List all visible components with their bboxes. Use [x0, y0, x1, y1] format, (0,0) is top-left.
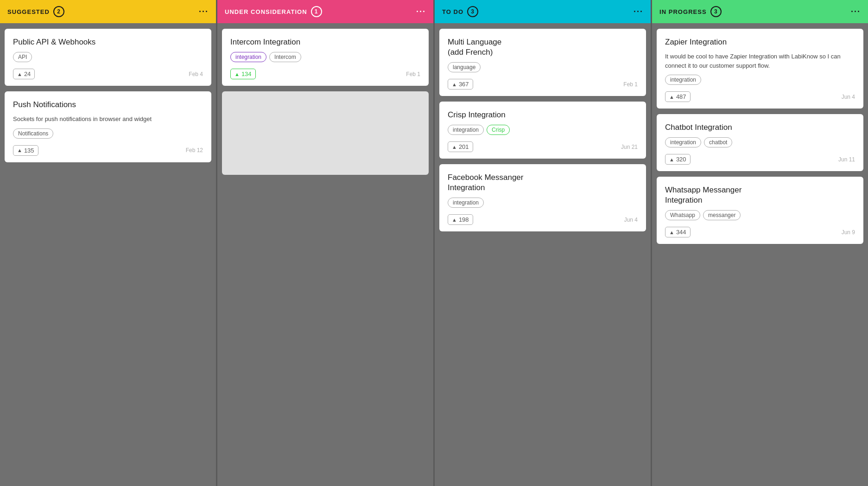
- card-desc-card-push: Sockets for push notifications in browse…: [13, 115, 203, 124]
- card-tags-card-crisp: integrationCrisp: [448, 125, 638, 135]
- tag-chatbot[interactable]: chatbot: [704, 137, 732, 147]
- card-card-multilang[interactable]: Multi Language (add French)language▲367F…: [439, 29, 646, 96]
- tag-crisp[interactable]: Crisp: [487, 125, 510, 135]
- vote-arrow-card-intercom: ▲: [234, 71, 240, 77]
- tag-integration[interactable]: integration: [448, 125, 484, 135]
- column-badge-todo: 3: [467, 6, 478, 17]
- card-date-card-zapier: Jun 4: [842, 94, 855, 100]
- column-under-consideration: UNDER CONSIDERATION1···Intercom Integrat…: [217, 0, 435, 486]
- tag-integration[interactable]: integration: [665, 75, 701, 85]
- card-footer-card-api: ▲24Feb 4: [13, 69, 203, 79]
- tag-integration[interactable]: integration: [665, 137, 701, 147]
- card-card-facebook[interactable]: Facebook Messanger Integrationintegratio…: [439, 164, 646, 231]
- column-header-in-progress: IN PROGRESS3···: [652, 0, 868, 23]
- card-date-card-intercom: Feb 1: [406, 71, 420, 77]
- column-menu-under-consideration[interactable]: ···: [416, 7, 426, 17]
- card-card-intercom[interactable]: Intercom IntegrationintegrationIntercom▲…: [222, 29, 429, 86]
- column-header-under-consideration: UNDER CONSIDERATION1···: [217, 0, 433, 23]
- vote-button-card-facebook[interactable]: ▲198: [448, 214, 473, 225]
- vote-arrow-card-whatsapp: ▲: [669, 230, 674, 235]
- vote-count-card-push: 135: [24, 147, 34, 154]
- vote-count-card-intercom: 134: [241, 70, 252, 77]
- card-title-card-multilang: Multi Language (add French): [448, 37, 638, 58]
- vote-count-card-chatbot: 320: [676, 156, 686, 163]
- vote-button-card-multilang[interactable]: ▲367: [448, 79, 473, 90]
- card-title-card-intercom: Intercom Integration: [230, 37, 420, 47]
- column-body-in-progress: Zapier IntegrationIt would be cool to ha…: [652, 23, 868, 486]
- column-menu-in-progress[interactable]: ···: [851, 7, 861, 17]
- vote-button-card-chatbot[interactable]: ▲320: [665, 154, 691, 165]
- column-header-todo: TO DO3···: [435, 0, 651, 23]
- tag-integration[interactable]: integration: [230, 52, 266, 62]
- card-title-card-chatbot: Chatbot Integration: [665, 122, 855, 133]
- card-date-card-crisp: Jun 21: [621, 144, 638, 150]
- card-date-card-whatsapp: Jun 9: [842, 229, 855, 236]
- card-title-card-api: Public API & Webhooks: [13, 37, 203, 47]
- tag-notifications[interactable]: Notifications: [13, 128, 53, 139]
- card-footer-card-chatbot: ▲320Jun 11: [665, 154, 855, 165]
- card-card-crisp[interactable]: Crisp IntegrationintegrationCrisp▲201Jun…: [439, 102, 646, 159]
- card-footer-card-multilang: ▲367Feb 1: [448, 79, 638, 90]
- card-date-card-api: Feb 4: [189, 71, 203, 77]
- card-date-card-push: Feb 12: [186, 147, 203, 153]
- vote-arrow-card-api: ▲: [17, 71, 22, 77]
- tag-messanger[interactable]: messanger: [703, 210, 741, 220]
- tag-api[interactable]: API: [13, 52, 32, 62]
- vote-count-card-multilang: 367: [459, 81, 469, 88]
- card-footer-card-crisp: ▲201Jun 21: [448, 141, 638, 152]
- tag-integration[interactable]: integration: [448, 198, 484, 208]
- card-tags-card-whatsapp: Whatsappmessanger: [665, 210, 855, 220]
- vote-button-card-zapier[interactable]: ▲487: [665, 91, 691, 102]
- card-tags-card-api: API: [13, 52, 203, 62]
- vote-button-card-intercom[interactable]: ▲134: [230, 69, 256, 79]
- column-label-under-consideration: UNDER CONSIDERATION: [225, 8, 307, 15]
- card-tags-card-chatbot: integrationchatbot: [665, 137, 855, 147]
- vote-button-card-api[interactable]: ▲24: [13, 69, 35, 79]
- vote-arrow-card-push: ▲: [17, 147, 22, 153]
- vote-count-card-zapier: 487: [676, 93, 686, 100]
- column-badge-under-consideration: 1: [311, 6, 322, 17]
- column-body-under-consideration: Intercom IntegrationintegrationIntercom▲…: [217, 23, 433, 486]
- vote-button-card-crisp[interactable]: ▲201: [448, 141, 473, 152]
- card-tags-card-multilang: language: [448, 62, 638, 72]
- vote-arrow-card-crisp: ▲: [452, 144, 457, 150]
- card-card-whatsapp[interactable]: Whatsapp Messanger IntegrationWhatsappme…: [657, 177, 863, 244]
- vote-count-card-facebook: 198: [459, 216, 469, 223]
- card-footer-card-push: ▲135Feb 12: [13, 145, 203, 156]
- card-desc-card-zapier: It would be cool to have Zapier Integrat…: [665, 52, 855, 70]
- vote-button-card-push[interactable]: ▲135: [13, 145, 38, 156]
- column-body-todo: Multi Language (add French)language▲367F…: [435, 23, 651, 486]
- column-badge-in-progress: 3: [710, 6, 722, 17]
- vote-count-card-crisp: 201: [459, 143, 469, 150]
- tag-intercom[interactable]: Intercom: [269, 52, 301, 62]
- card-footer-card-zapier: ▲487Jun 4: [665, 91, 855, 102]
- card-tags-card-facebook: integration: [448, 198, 638, 208]
- vote-arrow-card-multilang: ▲: [452, 82, 457, 87]
- column-todo: TO DO3···Multi Language (add French)lang…: [435, 0, 652, 486]
- column-menu-suggested[interactable]: ···: [199, 7, 209, 17]
- kanban-board: SUGGESTED2···Public API & WebhooksAPI▲24…: [0, 0, 868, 486]
- column-in-progress: IN PROGRESS3···Zapier IntegrationIt woul…: [652, 0, 868, 486]
- column-label-in-progress: IN PROGRESS: [659, 8, 707, 15]
- vote-button-card-whatsapp[interactable]: ▲344: [665, 227, 691, 237]
- card-tags-card-push: Notifications: [13, 128, 203, 139]
- vote-arrow-card-chatbot: ▲: [669, 157, 674, 162]
- card-card-zapier[interactable]: Zapier IntegrationIt would be cool to ha…: [657, 29, 863, 109]
- card-title-card-crisp: Crisp Integration: [448, 110, 638, 120]
- card-card-api[interactable]: Public API & WebhooksAPI▲24Feb 4: [5, 29, 211, 86]
- card-date-card-chatbot: Jun 11: [838, 156, 855, 163]
- card-card-chatbot[interactable]: Chatbot Integrationintegrationchatbot▲32…: [657, 114, 863, 171]
- card-card-push[interactable]: Push NotificationsSockets for push notif…: [5, 91, 211, 162]
- tag-language[interactable]: language: [448, 62, 481, 72]
- vote-arrow-card-facebook: ▲: [452, 217, 457, 223]
- card-title-card-push: Push Notifications: [13, 100, 203, 110]
- vote-arrow-card-zapier: ▲: [669, 94, 674, 100]
- tag-whatsapp[interactable]: Whatsapp: [665, 210, 700, 220]
- column-label-suggested: SUGGESTED: [7, 8, 50, 15]
- column-menu-todo[interactable]: ···: [634, 7, 643, 17]
- card-tags-card-zapier: integration: [665, 75, 855, 85]
- column-body-suggested: Public API & WebhooksAPI▲24Feb 4Push Not…: [0, 23, 216, 486]
- empty-card-under-consideration: [222, 91, 429, 175]
- card-title-card-facebook: Facebook Messanger Integration: [448, 173, 638, 193]
- card-date-card-facebook: Jun 4: [624, 217, 638, 223]
